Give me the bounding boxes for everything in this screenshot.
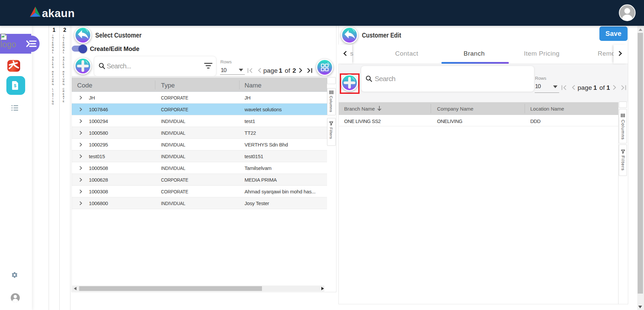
svg-text:$: $: [14, 83, 16, 88]
